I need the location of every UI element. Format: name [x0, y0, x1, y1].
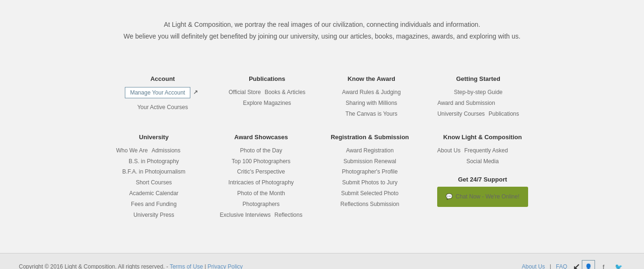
- copyright-text: Copyright © 2016 Light & Composition. Al…: [19, 263, 168, 269]
- copyright-area: Copyright © 2016 Light & Composition. Al…: [19, 263, 243, 269]
- photo-month-link[interactable]: Photo of the Month: [220, 188, 302, 199]
- admissions-link[interactable]: Admissions: [152, 145, 180, 156]
- frequently-asked-link[interactable]: Frequently Asked: [464, 145, 508, 156]
- privacy-link[interactable]: Privacy Policy: [208, 263, 243, 269]
- bs-photography-link[interactable]: B.S. in Photography: [116, 156, 191, 167]
- university-section: University Who We Are Admissions B.S. in…: [116, 134, 191, 221]
- publications-section: Publications Official Store Books & Arti…: [228, 75, 305, 119]
- reflections-submission-link[interactable]: Reflections Submission: [331, 199, 409, 210]
- know-light-section: Know Light & Composition About Us Freque…: [437, 134, 528, 221]
- getting-started-section: Getting Started Step-by-step Guide Award…: [437, 75, 519, 119]
- exclusive-interviews-link[interactable]: Exclusive Interviews: [220, 210, 270, 221]
- footer-social-area: About Us | FAQ ↙ 👤 f 🐦: [522, 260, 626, 269]
- academic-calendar-link[interactable]: Academic Calendar: [116, 188, 191, 199]
- twitter-icon[interactable]: 🐦: [612, 260, 625, 269]
- reflections-link[interactable]: Reflections: [275, 210, 302, 221]
- publications-title: Publications: [228, 75, 305, 82]
- chat-btn-label: Chat Now - We're Online!: [456, 191, 519, 202]
- tagline-line2: We believe you will definitely get benef…: [9, 31, 635, 42]
- publications-link[interactable]: Publications: [489, 109, 519, 119]
- short-courses-link[interactable]: Short Courses: [116, 177, 191, 188]
- arrow-down-icon: ↙: [573, 262, 580, 269]
- facebook-icon[interactable]: f: [597, 260, 610, 269]
- getting-started-title: Getting Started: [437, 75, 519, 82]
- account-section: Account Manage Your Account ↗ Your Activ…: [125, 75, 200, 119]
- photographers-profile-link[interactable]: Photographer's Profile: [331, 166, 409, 177]
- award-showcases-section: Award Showcases Photo of the Day Top 100…: [220, 134, 302, 221]
- submit-photos-jury-link[interactable]: Submit Photos to Jury: [331, 177, 409, 188]
- photo-day-link[interactable]: Photo of the Day: [220, 145, 302, 156]
- registration-section: Registration & Submission Award Registra…: [331, 134, 409, 221]
- university-press-link[interactable]: University Press: [116, 210, 191, 221]
- university-courses-link[interactable]: University Courses: [437, 109, 485, 119]
- explore-magazines-link[interactable]: Explore Magazines: [228, 98, 305, 109]
- fees-funding-link[interactable]: Fees and Funding: [116, 199, 191, 210]
- top100-link[interactable]: Top 100 Photographers: [220, 156, 302, 167]
- canvas-yours-link[interactable]: The Canvas is Yours: [334, 109, 409, 119]
- active-courses-link[interactable]: Your Active Courses: [125, 102, 200, 113]
- support-title: Get 24/7 Support: [437, 176, 528, 183]
- step-guide-link[interactable]: Step-by-step Guide: [437, 87, 519, 98]
- submission-renewal-link[interactable]: Submission Renewal: [331, 156, 409, 167]
- critics-perspective-link[interactable]: Critic's Perspective: [220, 166, 302, 177]
- bfa-photojournalism-link[interactable]: B.F.A. in Photojournalism: [116, 166, 191, 177]
- social-media-link[interactable]: Social Media: [437, 156, 528, 167]
- terms-link[interactable]: Terms of Use: [170, 263, 203, 269]
- award-submission-link[interactable]: Award and Submission: [437, 98, 495, 109]
- know-award-title: Know the Award: [334, 75, 409, 82]
- chat-now-button[interactable]: 💬 Chat Now - We're Online!: [437, 187, 528, 207]
- arrow-up-icon: ↗: [193, 87, 198, 98]
- account-title: Account: [125, 75, 200, 82]
- award-registration-link[interactable]: Award Registration: [331, 145, 409, 156]
- books-articles-link[interactable]: Books & Articles: [265, 87, 306, 98]
- user-social-icon[interactable]: 👤: [582, 260, 595, 269]
- know-award-section: Know the Award Award Rules & Judging Sha…: [334, 75, 409, 119]
- faq-footer-link[interactable]: FAQ: [556, 263, 567, 269]
- university-title: University: [116, 134, 191, 141]
- intricacies-link[interactable]: Intricacies of Photography: [220, 177, 302, 188]
- sharing-millions-link[interactable]: Sharing with Millions: [334, 98, 409, 109]
- know-light-title: Know Light & Composition: [437, 134, 528, 141]
- registration-title: Registration & Submission: [331, 134, 409, 141]
- manage-account-button[interactable]: Manage Your Account: [125, 87, 190, 98]
- submit-selected-photo-link[interactable]: Submit Selected Photo: [331, 188, 409, 199]
- tagline-line1: At Light & Composition, we portray the r…: [9, 19, 635, 31]
- who-we-are-link[interactable]: Who We Are: [116, 145, 147, 156]
- official-store-link[interactable]: Official Store: [228, 87, 261, 98]
- footer-bar: Copyright © 2016 Light & Composition. Al…: [0, 253, 644, 269]
- award-rules-link[interactable]: Award Rules & Judging: [334, 87, 409, 98]
- award-showcases-title: Award Showcases: [220, 134, 302, 141]
- about-us-footer-link[interactable]: About Us: [522, 263, 545, 269]
- about-us-link[interactable]: About Us: [437, 145, 460, 156]
- chat-icon: 💬: [446, 191, 453, 202]
- photographers-link[interactable]: Photographers: [220, 199, 302, 210]
